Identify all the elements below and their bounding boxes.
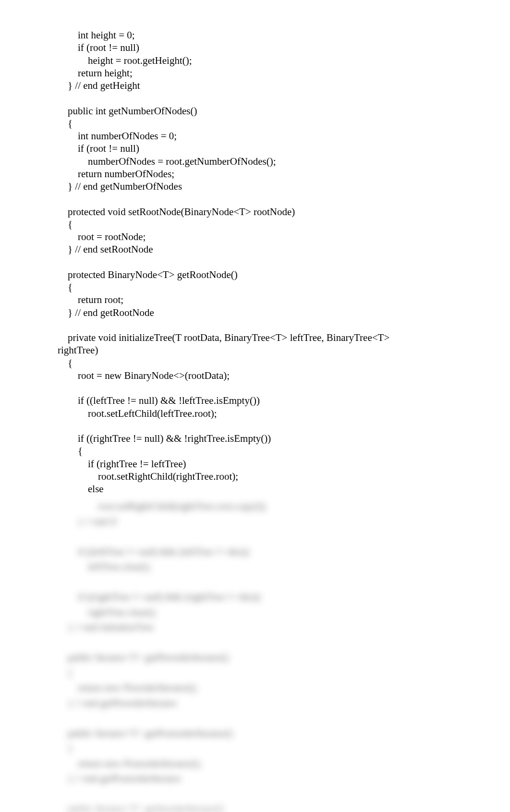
- document-page: int height = 0; if (root != null) height…: [0, 0, 510, 812]
- blurred-code: root.setRightChild(rightTree.root.copy()…: [58, 499, 481, 812]
- blurred-section: root.setRightChild(rightTree.root.copy()…: [0, 499, 510, 812]
- code-block: int height = 0; if (root != null) height…: [58, 29, 481, 495]
